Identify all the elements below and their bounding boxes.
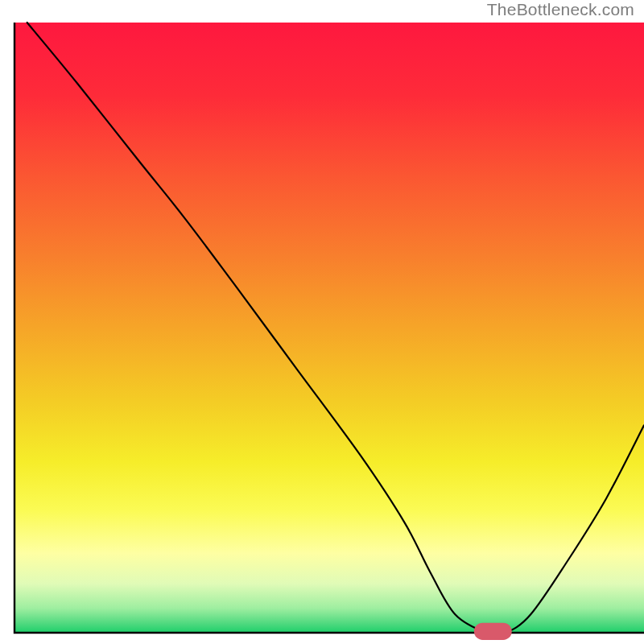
optimal-marker <box>474 623 512 640</box>
watermark-text: TheBottleneck.com <box>487 0 634 19</box>
chart-container: TheBottleneck.com <box>0 0 644 644</box>
bottleneck-chart <box>0 0 644 644</box>
heat-gradient-background <box>14 23 644 633</box>
